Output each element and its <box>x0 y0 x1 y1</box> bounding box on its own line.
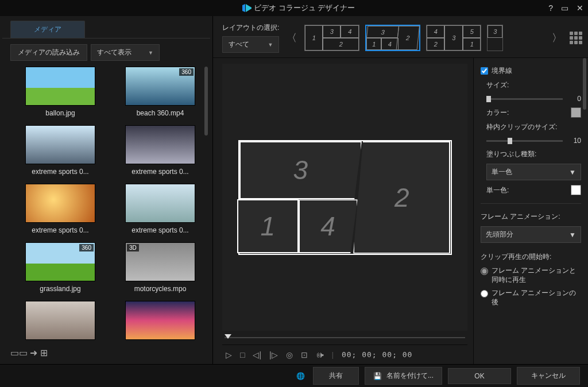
media-item[interactable] <box>16 301 105 344</box>
save-icon: 💾 <box>373 372 382 380</box>
layout-option-4[interactable]: 3 <box>487 25 503 51</box>
playhead-knob[interactable] <box>225 334 231 339</box>
single-color-swatch[interactable] <box>571 185 581 195</box>
app-logo-icon <box>242 4 252 12</box>
frame-animation-label: フレーム アニメーション: <box>481 212 581 222</box>
media-filename: extreme sports 0... <box>120 226 200 234</box>
collage-cell-2[interactable]: 2 <box>353 141 450 254</box>
share-button[interactable]: 共有 <box>313 367 359 385</box>
layout-next-button[interactable]: 〉 <box>550 26 564 49</box>
inner-clip-slider[interactable] <box>486 140 563 142</box>
collage-preview: 3 1 4 2 <box>238 140 452 255</box>
layout-selector-row: レイアウトの選択: すべて ▼ 〈 1 3 4 2 3 1 4 2 <box>213 16 588 58</box>
media-item[interactable]: extreme sports 0... <box>16 184 105 240</box>
close-icon[interactable]: ✕ <box>577 3 583 13</box>
help-icon[interactable]: ? <box>548 3 553 13</box>
media-item[interactable] <box>116 301 204 344</box>
stop-icon[interactable]: □ <box>240 350 245 359</box>
media-item[interactable]: 360grassland.jpg <box>16 242 105 299</box>
media-item[interactable]: extreme sports 0... <box>116 125 204 181</box>
globe-icon[interactable]: 🌐 <box>296 372 305 380</box>
maximize-icon[interactable]: ▭ <box>561 3 568 13</box>
collage-cell-3[interactable]: 3 <box>239 141 362 200</box>
badge-360: 360 <box>179 68 194 76</box>
size-label: サイズ: <box>481 80 581 90</box>
title-bar: ビデオ コラージュ デザイナー ? ▭ ✕ <box>0 0 588 16</box>
clip-start-radio-after[interactable]: フレーム アニメーションの後 <box>481 289 581 307</box>
props-scrollbar[interactable] <box>583 58 587 364</box>
media-filter-dropdown[interactable]: すべて表示 ▼ <box>91 44 160 61</box>
transport-bar: ▷ □ ◁| |▷ ◎ ⊡ 🕪 | 00; 00; 00; 00 <box>222 345 467 364</box>
frame-animation-dropdown[interactable]: 先頭部分 ▼ <box>481 226 581 243</box>
timecode-display: 00; 00; 00; 00 <box>342 350 413 359</box>
layout-option-1[interactable]: 1 3 4 2 <box>304 25 359 51</box>
ok-button[interactable]: OK <box>448 368 511 384</box>
media-item[interactable]: extreme sports 0... <box>116 184 204 240</box>
media-filename: extreme sports 0... <box>120 168 200 176</box>
border-color-label: カラー: <box>486 108 509 118</box>
volume-icon[interactable]: 🕪 <box>316 350 324 359</box>
media-thumbnail[interactable]: 360 <box>25 242 95 281</box>
footer-bar: 🌐 共有 💾 名前を付けて... OK キャンセル <box>0 364 588 387</box>
app-title: ビデオ コラージュ デザイナー <box>254 3 355 13</box>
timeline-scrubber[interactable] <box>222 331 467 345</box>
media-filter-label: すべて表示 <box>97 48 131 57</box>
save-as-button[interactable]: 💾 名前を付けて... <box>365 367 442 385</box>
prev-frame-icon[interactable]: ◁| <box>253 350 261 359</box>
layout-select-label: レイアウトの選択: <box>222 23 279 33</box>
media-filename: extreme sports 0... <box>20 226 100 234</box>
storyboard-icon[interactable]: ▭▭ ➜ ⊞ <box>10 348 48 358</box>
media-item[interactable]: extreme sports 0... <box>16 125 105 181</box>
fill-type-dropdown[interactable]: 単一色 ▼ <box>486 164 581 180</box>
media-panel: メディア メディアの読み込み すべて表示 ▼ ballon.jpg360beac… <box>0 16 212 364</box>
snapshot-icon[interactable]: ◎ <box>286 350 293 359</box>
media-thumbnail[interactable]: 3D <box>125 242 195 281</box>
single-color-label: 単一色: <box>486 185 509 195</box>
clip-start-label: クリップ再生の開始時: <box>481 252 581 262</box>
clip-start-radio-with[interactable]: フレーム アニメーションと同時に再生 <box>481 266 581 284</box>
layout-option-3[interactable]: 4 3 5 2 1 <box>426 25 481 51</box>
play-icon[interactable]: ▷ <box>226 350 232 359</box>
media-thumbnail[interactable] <box>25 301 95 340</box>
media-item[interactable]: 360beach 360.mp4 <box>116 67 204 123</box>
collage-canvas[interactable]: 3 1 4 2 <box>222 64 467 331</box>
media-thumbnail[interactable] <box>25 67 95 106</box>
border-color-swatch[interactable] <box>571 107 581 118</box>
collage-cell-1[interactable]: 1 <box>237 199 299 253</box>
media-item[interactable]: ballon.jpg <box>16 67 105 123</box>
layout-grid-view-icon[interactable] <box>570 32 582 44</box>
chevron-down-icon: ▼ <box>569 168 576 176</box>
layout-filter-dropdown[interactable]: すべて ▼ <box>222 36 279 53</box>
media-item[interactable]: 3Dmotorcycles.mpo <box>116 242 204 299</box>
fill-type-label: 塗りつぶし種類: <box>481 149 581 159</box>
layout-prev-button[interactable]: 〈 <box>285 26 299 49</box>
badge-360: 360 <box>79 244 94 251</box>
media-thumbnail[interactable]: 360 <box>125 67 195 106</box>
media-filename: grassland.jpg <box>20 285 100 293</box>
border-checkbox[interactable]: 境界線 <box>481 66 581 76</box>
media-thumbnail[interactable] <box>125 184 195 223</box>
chevron-down-icon: ▼ <box>148 50 153 56</box>
size-slider[interactable] <box>486 98 563 100</box>
properties-panel: 境界線 サイズ: 0 カラー: 枠内クリップのサイズ: 10 <box>473 58 588 364</box>
media-filename: beach 360.mp4 <box>120 109 200 117</box>
chevron-down-icon: ▼ <box>268 42 273 48</box>
inner-clip-size-label: 枠内クリップのサイズ: <box>481 122 581 132</box>
media-thumbnail[interactable] <box>25 184 95 223</box>
badge-3d: 3D <box>127 244 139 251</box>
import-media-button[interactable]: メディアの読み込み <box>10 44 87 61</box>
collage-cell-4[interactable]: 4 <box>299 199 358 253</box>
media-filename: extreme sports 0... <box>20 168 100 176</box>
tab-media[interactable]: メディア <box>10 21 85 38</box>
media-scrollbar[interactable] <box>204 67 209 344</box>
aspect-icon[interactable]: ⊡ <box>301 350 308 359</box>
next-frame-icon[interactable]: |▷ <box>269 350 278 359</box>
media-thumbnail[interactable] <box>125 125 195 164</box>
media-thumbnail[interactable] <box>125 301 195 340</box>
media-thumbnail[interactable] <box>25 125 95 164</box>
chevron-down-icon: ▼ <box>569 231 576 239</box>
size-value: 0 <box>567 95 581 103</box>
media-filename: motorcycles.mpo <box>120 285 200 293</box>
cancel-button[interactable]: キャンセル <box>517 367 580 385</box>
layout-option-2[interactable]: 3 1 4 2 <box>365 25 420 51</box>
